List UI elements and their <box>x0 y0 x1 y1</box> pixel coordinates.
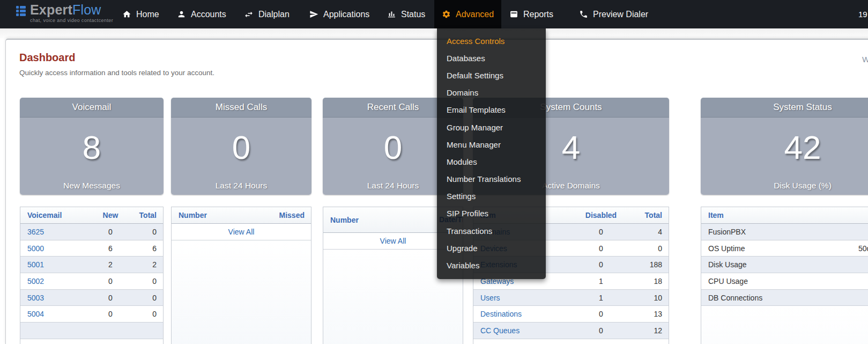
menu-item-modules[interactable]: Modules <box>437 153 546 170</box>
page-subtitle: Quickly access information and tools rel… <box>19 69 214 77</box>
table-cell: 10 <box>633 294 669 302</box>
missed-calls-table: NumberMissedView All <box>171 207 311 344</box>
table-cell: 18 <box>633 277 669 286</box>
table-cell: 5002 <box>20 277 89 286</box>
view-all-link[interactable]: View All <box>228 228 255 236</box>
card-missed-calls: Missed Calls0Last 24 Hours <box>171 98 311 195</box>
table-header-row: NumberMissed <box>172 207 311 224</box>
menu-item-menu-manager[interactable]: Menu Manager <box>437 136 546 153</box>
brand-tagline: chat, voice and video contactcenter <box>30 18 113 23</box>
navbar-shadow <box>0 28 868 39</box>
table-cell: 0 <box>132 228 163 236</box>
table-cell: 3625 <box>20 228 89 236</box>
table-cell: Disk Usage <box>701 260 852 269</box>
table-cell: 0 <box>132 310 163 318</box>
menu-item-variables[interactable]: Variables <box>437 257 546 274</box>
table-cell: 0 <box>89 277 132 286</box>
nav-item-dialplan[interactable]: Dialplan <box>236 0 297 28</box>
table-cell: CC Queues <box>473 326 569 335</box>
table-cell: Users <box>473 294 569 302</box>
menu-item-number-translations[interactable]: Number Translations <box>437 171 546 188</box>
menu-item-settings[interactable]: Settings <box>437 188 546 205</box>
nav-item-reports[interactable]: Reports <box>502 0 561 28</box>
table-header-cell: New <box>89 211 132 219</box>
table-row: CPU Usage <box>701 273 868 290</box>
table-cell: 5003 <box>20 294 89 302</box>
nav-item-advanced[interactable]: Advanced <box>434 0 501 28</box>
welcome-text: W <box>862 55 868 64</box>
table-empty-area <box>701 306 868 344</box>
menu-item-group-manager[interactable]: Group Manager <box>437 119 546 136</box>
table-cell: DB Connections <box>701 294 852 302</box>
table-cell-link[interactable]: Users <box>480 294 500 302</box>
table-cell: 5004 <box>20 310 89 318</box>
nav-item-label: Applications <box>323 10 369 19</box>
brand-logo[interactable]: ExpertFlow chat, voice and video contact… <box>16 3 113 23</box>
menu-item-access-controls[interactable]: Access Controls <box>437 32 546 49</box>
table-cell: 12 <box>633 326 669 335</box>
nav-item-status[interactable]: Status <box>380 0 433 28</box>
brand-name-bold: Expert <box>30 2 72 17</box>
table-cell: 2 <box>89 260 132 269</box>
brand-text: ExpertFlow chat, voice and video contact… <box>30 3 113 23</box>
card-title: System Status <box>701 98 868 118</box>
brand-icon <box>16 6 26 16</box>
table-cell: 188 <box>633 260 669 269</box>
table-cell-link[interactable]: 5003 <box>27 294 44 302</box>
preview-dialer-icon <box>579 10 588 19</box>
table-row: 500300 <box>20 290 163 306</box>
nav-item-home[interactable]: Home <box>115 0 167 28</box>
view-all-link[interactable]: View All <box>380 237 406 245</box>
menu-item-upgrade[interactable]: Upgrade <box>437 239 546 257</box>
reports-icon <box>509 10 518 19</box>
card-value: 8 <box>20 118 164 164</box>
nav-item-label: Accounts <box>191 10 226 19</box>
table-header-cell: Total <box>132 211 163 219</box>
table-cell: 50d <box>852 244 868 253</box>
table-header-cell: Number <box>172 211 263 219</box>
nav-item-label: Status <box>401 10 425 19</box>
nav-item-accounts[interactable]: Accounts <box>169 0 234 28</box>
menu-item-default-settings[interactable]: Default Settings <box>437 67 546 84</box>
card-voicemail: Voicemail8New Messages <box>20 98 164 195</box>
table-cell-link[interactable]: 3625 <box>27 228 44 236</box>
nav-item-applications[interactable]: Applications <box>302 0 377 28</box>
brand-name-light: Flow <box>72 2 101 17</box>
card-value: 0 <box>171 118 311 164</box>
menu-item-domains[interactable]: Domains <box>437 84 546 101</box>
table-cell: 0 <box>569 244 633 253</box>
table-row: Users110 <box>473 290 669 306</box>
table-cell: 5001 <box>20 260 89 269</box>
table-row: DB Connections <box>701 290 868 306</box>
nav-item-label: Home <box>136 10 159 19</box>
table-header-cell: Disabled <box>569 211 633 219</box>
table-header-cell: Total <box>633 211 669 219</box>
table-row: OS Uptime50d <box>701 240 868 257</box>
card-body: 42Disk Usage (%) <box>701 118 868 195</box>
table-cell-link[interactable]: 5002 <box>27 277 44 286</box>
table-row: Disk Usage <box>701 257 868 273</box>
table-cell: 2 <box>132 260 163 269</box>
table-cell-link[interactable]: Destinations <box>480 310 522 318</box>
table-cell-link[interactable]: 5004 <box>27 310 44 318</box>
table-cell-link[interactable]: 5000 <box>27 244 44 253</box>
card-caption: New Messages <box>20 181 164 191</box>
table-cell: 0 <box>132 294 163 302</box>
card-title: Voicemail <box>20 98 164 118</box>
table-cell-link[interactable]: 5001 <box>27 260 44 269</box>
menu-item-transactions[interactable]: Transactions <box>437 222 546 239</box>
table-cell: 6 <box>132 244 163 253</box>
card-caption: Last 24 Hours <box>171 181 311 191</box>
table-cell: 0 <box>89 228 132 236</box>
table-cell: 1 <box>569 294 633 302</box>
home-icon <box>122 10 131 19</box>
card-caption: Disk Usage (%) <box>701 181 868 191</box>
menu-item-sip-profiles[interactable]: SIP Profiles <box>437 205 546 222</box>
table-cell: Destinations <box>473 310 569 318</box>
card-title: Missed Calls <box>171 98 311 118</box>
table-cell-link[interactable]: CC Queues <box>480 326 520 335</box>
menu-item-databases[interactable]: Databases <box>437 49 546 67</box>
nav-item-preview-dialer[interactable]: Preview Dialer <box>572 0 656 28</box>
menu-item-email-templates[interactable]: Email Templates <box>437 101 546 119</box>
table-cell: 0 <box>89 310 132 318</box>
